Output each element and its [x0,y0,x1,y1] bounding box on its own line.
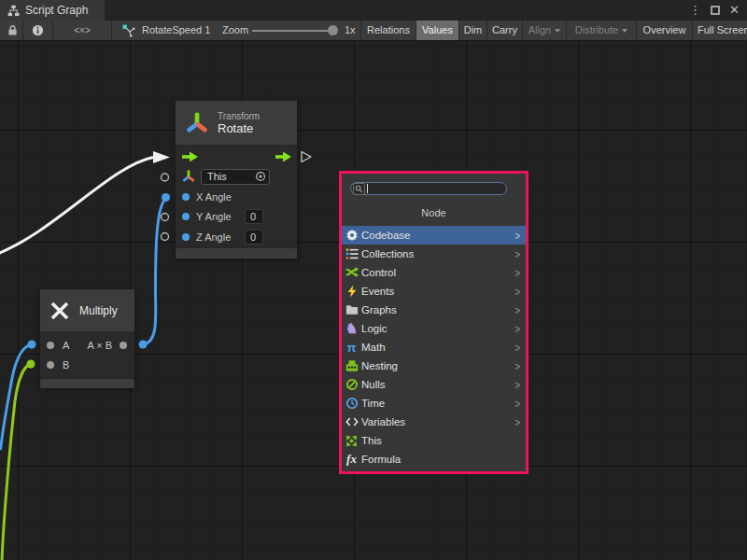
clock-icon [345,397,359,410]
finder-item-variables[interactable]: Variables> [342,413,526,431]
script-graph-icon [7,5,20,17]
finder-item-nesting[interactable]: Nesting> [342,357,526,375]
finder-item-label: Variables [361,416,405,427]
port-row-xangle[interactable]: X Angle [176,187,297,207]
node-transform-rotate[interactable]: Transform Rotate This [176,101,297,250]
carry-button[interactable]: Carry [486,21,522,40]
node-multiply[interactable]: Multiply A A × B B [40,289,134,379]
fx-icon: fx [346,452,357,467]
yangle-dot [182,213,190,220]
null-icon [345,378,359,391]
finder-item-this[interactable]: This [342,431,526,450]
fuzzy-finder-popup: Node Codebase>Collections>Control>Events… [339,171,529,474]
finder-item-label: Nulls [361,379,386,390]
finder-item-collections[interactable]: Collections> [342,245,526,263]
this-value: This [202,171,255,182]
tab-script-graph[interactable]: Script Graph [0,0,105,21]
chevron-right-icon: > [514,322,520,336]
finder-item-label: Math [361,342,386,353]
this-icon [345,434,359,448]
chevron-right-icon: > [514,247,520,261]
fullscreen-button[interactable]: Full Screen [692,21,747,40]
kebab-menu-icon[interactable]: ⋮ [689,0,701,21]
relations-button[interactable]: Relations [360,21,416,40]
lock-icon[interactable] [3,21,22,40]
xangle-dot [182,193,190,201]
zoom-slider-track[interactable] [252,30,331,32]
finder-item-logic[interactable]: ♞Logic> [342,319,526,338]
script-graph-window: Script Graph ⋮ ✕ <×> RotateSpeed 1 Zoom … [0,0,747,560]
knight-icon: ♞ [345,320,358,337]
finder-item-label: Nesting [361,360,398,371]
port-row-zangle[interactable]: Z Angle 0 [176,227,297,247]
brackets-icon [345,415,359,428]
node-multiply-footer [40,379,134,388]
finder-item-codebase[interactable]: Codebase> [342,226,526,245]
dim-button[interactable]: Dim [458,21,486,40]
finder-item-label: Events [361,286,394,297]
finder-list: Codebase>Collections>Control>Events>Grap… [342,226,526,469]
code-preview-toggle[interactable]: <×> [53,21,111,40]
port-row-yangle[interactable]: Y Angle 0 [176,207,297,228]
yangle-value-field[interactable]: 0 [245,209,263,224]
flow-out-arrow-icon[interactable] [275,151,291,162]
finder-item-control[interactable]: Control> [342,263,526,282]
port-row-a[interactable]: A A × B [40,335,134,356]
finder-header: Node [342,207,526,218]
node-multiply-body: A A × B B [40,331,134,379]
yangle-label: Y Angle [196,211,239,222]
multiply-icon [49,300,71,322]
this-object-field[interactable]: This [201,169,270,185]
a-dot [47,342,54,349]
zangle-value-field[interactable]: 0 [245,230,263,245]
finder-item-label: Graphs [361,304,397,315]
this-row: This [176,167,297,188]
values-button[interactable]: Values [416,21,458,40]
output-label: A × B [87,340,112,351]
node-title: Rotate [218,121,260,135]
chevron-right-icon: > [514,303,520,317]
finder-item-time[interactable]: Time> [342,394,526,413]
align-dropdown[interactable]: Align [522,21,566,40]
flow-row [176,147,297,167]
finder-item-label: Logic [361,323,388,334]
finder-item-formula[interactable]: fxFormula [342,450,526,469]
search-icon [353,183,365,195]
finder-item-label: Codebase [361,230,410,241]
graph-toolbar: <×> RotateSpeed 1 Zoom 1x Relations Valu… [0,21,747,41]
close-icon[interactable]: ✕ [729,0,740,21]
zangle-dot [182,233,190,241]
chevron-right-icon: > [514,415,520,429]
zoom-label: Zoom [222,21,248,40]
b-dot [47,361,54,369]
finder-item-graphs[interactable]: Graphs> [342,301,526,319]
folder-icon [345,303,359,316]
maximize-icon[interactable] [711,6,720,15]
a-label: A [63,340,69,351]
info-icon[interactable] [23,21,52,40]
port-row-b[interactable]: B [40,356,134,376]
overview-button[interactable]: Overview [636,21,692,40]
zoom-value: 1x [345,21,356,40]
graph-breadcrumb[interactable]: RotateSpeed 1 [142,21,210,40]
finder-item-nulls[interactable]: Nulls> [342,375,526,394]
finder-item-events[interactable]: Events> [342,282,526,301]
graph-asset-icon [121,21,136,40]
flow-in-arrow-icon[interactable] [182,151,198,162]
zoom-slider-handle[interactable] [328,25,338,35]
node-rotate-header: Transform Rotate [176,101,297,145]
chevron-down-icon [622,29,627,33]
zangle-label: Z Angle [196,231,239,243]
chevron-right-icon: > [514,397,520,411]
finder-item-label: Time [361,398,385,409]
distribute-dropdown[interactable]: Distribute [566,21,636,40]
finder-item-math[interactable]: πMath> [342,338,526,357]
text-caret [367,184,368,193]
control-icon [345,266,359,279]
finder-item-label: This [361,435,382,446]
node-category: Transform [218,111,260,121]
chevron-right-icon: > [514,285,520,299]
object-picker-icon[interactable] [255,171,266,182]
chevron-right-icon: > [514,266,520,280]
search-input[interactable] [350,182,507,195]
